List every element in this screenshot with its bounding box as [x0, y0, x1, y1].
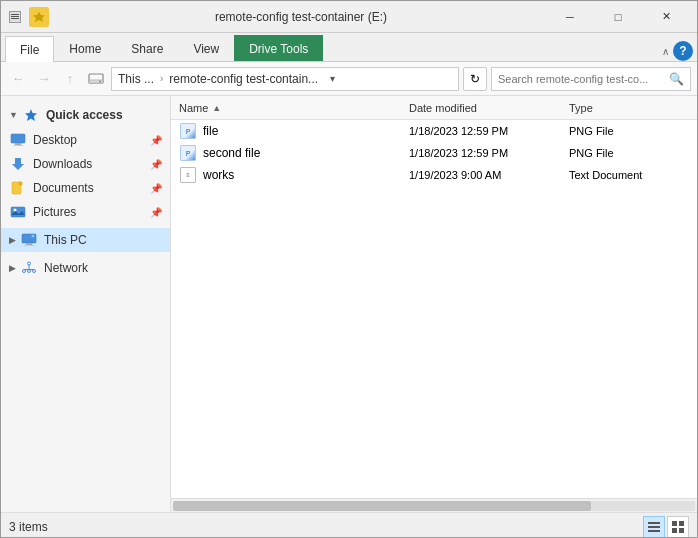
file-list: P file 1/18/2023 12:59 PM PNG File P sec…	[171, 120, 697, 498]
main-content: ▼ Quick access Desktop 📌	[1, 96, 697, 512]
ribbon-collapse-icon[interactable]: ∧	[662, 46, 669, 57]
quick-access-toolbar	[29, 7, 49, 27]
path-dropdown-button[interactable]: ▾	[322, 68, 342, 90]
status-bar: 3 items	[1, 512, 697, 538]
view-tiles-button[interactable]	[667, 516, 689, 538]
column-name-label: Name	[179, 102, 208, 114]
sidebar-item-documents[interactable]: Documents 📌	[1, 176, 170, 200]
works-file-name: works	[203, 168, 409, 182]
address-bar: ← → ↑ This ... › remote-config test-cont…	[1, 62, 697, 96]
column-date-modified[interactable]: Date modified	[409, 102, 569, 114]
items-count: 3 items	[9, 520, 48, 534]
address-path[interactable]: This ... › remote-config test-contain...…	[111, 67, 459, 91]
quick-access-chevron-icon: ▼	[9, 110, 18, 120]
desktop-icon	[9, 131, 27, 149]
second-file-icon-png: P	[179, 144, 197, 162]
horizontal-scrollbar[interactable]	[171, 498, 697, 512]
tab-home[interactable]: Home	[54, 35, 116, 61]
sidebar-quick-access-header[interactable]: ▼ Quick access	[1, 102, 170, 128]
pictures-icon	[9, 203, 27, 221]
search-icon: 🔍	[669, 72, 684, 86]
svg-point-16	[32, 235, 35, 238]
file-row[interactable]: ≡ works 1/19/2023 9:00 AM Text Document	[171, 164, 697, 186]
second-file-date: 1/18/2023 12:59 PM	[409, 147, 569, 159]
path-segment-root[interactable]: This ...	[118, 72, 154, 86]
pictures-pin-icon: 📌	[150, 207, 162, 218]
drive-icon	[85, 68, 107, 90]
up-button[interactable]: ↑	[59, 68, 81, 90]
back-button[interactable]: ←	[7, 68, 29, 90]
sidebar-section-quick-access: ▼ Quick access Desktop 📌	[1, 102, 170, 224]
window-controls	[9, 11, 21, 23]
quick-access-star-icon	[22, 106, 40, 124]
sort-arrow-icon: ▲	[212, 103, 221, 113]
file-list-header: Name ▲ Date modified Type	[171, 96, 697, 120]
title-bar: remote-config test-container (E:) ─ □ ✕	[1, 1, 697, 33]
network-label: Network	[44, 261, 162, 275]
svg-rect-1	[11, 14, 19, 15]
file-row[interactable]: P second file 1/18/2023 12:59 PM PNG Fil…	[171, 142, 697, 164]
sidebar-item-pictures[interactable]: Pictures 📌	[1, 200, 170, 224]
this-pc-label: This PC	[44, 233, 162, 247]
desktop-label: Desktop	[33, 133, 148, 147]
sidebar-item-network[interactable]: ▶ Network	[1, 256, 170, 280]
svg-rect-2	[11, 18, 19, 19]
svg-rect-10	[19, 182, 22, 185]
scrollbar-thumb[interactable]	[173, 501, 591, 511]
file-icon-png: P	[179, 122, 197, 140]
svg-rect-24	[648, 522, 660, 524]
path-segment-current[interactable]: remote-config test-contain...	[169, 72, 318, 86]
svg-point-5	[99, 80, 101, 82]
svg-rect-27	[672, 521, 677, 526]
view-toggle-buttons	[643, 516, 689, 538]
svg-rect-30	[679, 528, 684, 533]
close-button[interactable]: ✕	[643, 1, 689, 33]
window-icon-btn[interactable]	[9, 11, 21, 23]
sidebar-item-desktop[interactable]: Desktop 📌	[1, 128, 170, 152]
path-chevron-1: ›	[160, 73, 163, 84]
second-file-name: second file	[203, 146, 409, 160]
ribbon-tab-bar: File Home Share View Drive Tools ∧ ?	[1, 33, 697, 61]
minimize-button[interactable]: ─	[547, 1, 593, 33]
forward-button[interactable]: →	[33, 68, 55, 90]
works-file-date: 1/19/2023 9:00 AM	[409, 169, 569, 181]
documents-icon	[9, 179, 27, 197]
file-date: 1/18/2023 12:59 PM	[409, 125, 569, 137]
file-type: PNG File	[569, 125, 689, 137]
maximize-button[interactable]: □	[595, 1, 641, 33]
sidebar-item-this-pc[interactable]: ▶ This PC	[1, 228, 170, 252]
pictures-label: Pictures	[33, 205, 148, 219]
svg-rect-29	[672, 528, 677, 533]
help-button[interactable]: ?	[673, 41, 693, 61]
network-icon	[20, 259, 38, 277]
search-input[interactable]	[498, 73, 665, 85]
refresh-button[interactable]: ↻	[463, 67, 487, 91]
svg-rect-14	[26, 243, 32, 245]
window-action-buttons: ─ □ ✕	[547, 1, 689, 33]
column-type[interactable]: Type	[569, 102, 689, 114]
sidebar-item-downloads[interactable]: Downloads 📌	[1, 152, 170, 176]
downloads-icon	[9, 155, 27, 173]
quick-access-label: Quick access	[46, 108, 123, 122]
this-pc-icon	[20, 231, 38, 249]
works-icon-txt: ≡	[179, 166, 197, 184]
tab-file[interactable]: File	[5, 36, 54, 62]
svg-point-17	[28, 262, 31, 265]
scrollbar-track[interactable]	[173, 501, 695, 511]
file-row[interactable]: P file 1/18/2023 12:59 PM PNG File	[171, 120, 697, 142]
column-name[interactable]: Name ▲	[179, 102, 409, 114]
second-file-type: PNG File	[569, 147, 689, 159]
svg-rect-0	[11, 16, 19, 17]
search-box[interactable]: 🔍	[491, 67, 691, 91]
svg-rect-25	[648, 526, 660, 528]
svg-rect-11	[11, 207, 25, 217]
svg-rect-15	[24, 245, 34, 246]
tab-drive-tools[interactable]: Drive Tools	[234, 35, 323, 61]
view-details-button[interactable]	[643, 516, 665, 538]
sidebar-section-this-pc: ▶ This PC	[1, 228, 170, 252]
tab-share[interactable]: Share	[116, 35, 178, 61]
documents-pin-icon: 📌	[150, 183, 162, 194]
tab-view[interactable]: View	[178, 35, 234, 61]
window-title: remote-config test-container (E:)	[55, 10, 547, 24]
desktop-pin-icon: 📌	[150, 135, 162, 146]
